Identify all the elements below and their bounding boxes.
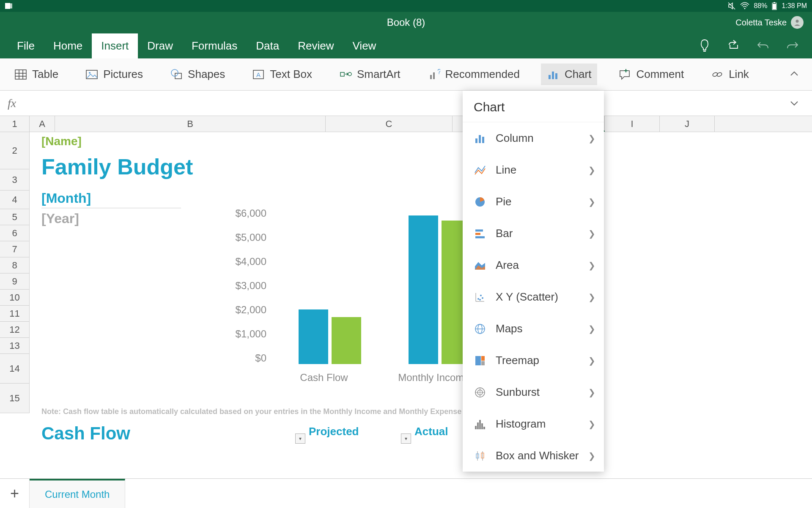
ribbon-tabs: File Home Insert Draw Formulas Data Revi… (0, 33, 812, 58)
chevron-right-icon: ❯ (588, 387, 595, 398)
redo-icon[interactable] (786, 38, 799, 53)
spreadsheet-grid[interactable]: ABCDGHIJ 123456789101112131415 [Name] Fa… (0, 116, 812, 478)
tab-view[interactable]: View (343, 33, 386, 58)
col-header-C[interactable]: C (326, 116, 453, 132)
tab-review[interactable]: Review (288, 33, 343, 58)
chart-type-area[interactable]: Area❯ (463, 249, 604, 281)
row-header-5[interactable]: 5 (0, 209, 30, 225)
svg-rect-35 (475, 233, 480, 235)
tab-home[interactable]: Home (44, 33, 92, 58)
svg-rect-4 (774, 2, 775, 3)
tab-insert[interactable]: Insert (92, 33, 138, 58)
pie-icon (474, 196, 486, 208)
svg-rect-30 (475, 138, 477, 143)
svg-rect-54 (477, 422, 479, 429)
projected-header[interactable]: Projected (309, 425, 359, 438)
svg-rect-7 (15, 70, 26, 79)
filter-button-2[interactable]: ▾ (401, 433, 411, 444)
recommended-icon: ? (428, 68, 440, 81)
svg-rect-46 (475, 356, 481, 365)
chart-type-bar[interactable]: Bar❯ (463, 218, 604, 249)
cell-name-label[interactable]: [Name] (41, 135, 82, 148)
col-header-A[interactable]: A (30, 116, 55, 132)
x-y-scatter--icon (474, 291, 486, 304)
undo-icon[interactable] (756, 38, 770, 53)
sheet-tab-current[interactable]: Current Month (30, 479, 125, 508)
chart-type-maps[interactable]: Maps❯ (463, 313, 604, 345)
title-bar: Book (8) Coletta Teske (0, 12, 812, 33)
cell-month[interactable]: [Month] (41, 190, 181, 208)
actual-header[interactable]: Actual (414, 425, 448, 438)
row-header-13[interactable]: 13 (0, 338, 30, 354)
avatar[interactable] (791, 16, 804, 29)
svg-rect-31 (479, 135, 481, 143)
sunburst-icon (474, 386, 486, 399)
svg-point-19 (348, 72, 351, 76)
chart-type-x-y-scatter-[interactable]: X Y (Scatter)❯ (463, 281, 604, 313)
ribbon-table[interactable]: Table (8, 64, 64, 85)
chart-type-sunburst[interactable]: Sunburst❯ (463, 376, 604, 408)
col-header-J[interactable]: J (660, 116, 715, 132)
row-header-2[interactable]: 2 (0, 132, 30, 169)
tab-data[interactable]: Data (247, 33, 288, 58)
chart-type-histogram[interactable]: Histogram❯ (463, 408, 604, 440)
row-header-7[interactable]: 7 (0, 241, 30, 257)
collapse-ribbon-icon[interactable] (789, 69, 799, 80)
svg-point-42 (479, 299, 481, 301)
tab-draw[interactable]: Draw (138, 33, 182, 58)
svg-rect-21 (433, 72, 435, 79)
chart-type-box-and-whisker[interactable]: Box and Whisker❯ (463, 440, 604, 472)
ribbon-chart[interactable]: Chart (541, 64, 598, 85)
android-status-bar: 88% 1:38 PM (0, 0, 812, 12)
svg-rect-36 (475, 236, 485, 238)
chevron-right-icon: ❯ (588, 197, 595, 207)
row-header-9[interactable]: 9 (0, 273, 30, 290)
tab-formulas[interactable]: Formulas (182, 33, 247, 58)
svg-point-40 (480, 295, 482, 296)
user-area[interactable]: Coletta Teske (735, 16, 804, 29)
svg-rect-18 (340, 72, 344, 76)
tab-file[interactable]: File (8, 33, 44, 58)
filter-button-1[interactable]: ▾ (295, 433, 305, 444)
chart-type-pie[interactable]: Pie❯ (463, 186, 604, 218)
chart-type-column[interactable]: Column❯ (463, 122, 604, 154)
add-sheet-button[interactable]: + (0, 479, 30, 508)
svg-rect-0 (5, 3, 10, 9)
cell-year[interactable]: [Year] (41, 211, 79, 226)
row-header-3[interactable]: 3 (0, 169, 30, 190)
row-header-11[interactable]: 11 (0, 306, 30, 322)
table-icon (14, 68, 27, 81)
row-header-4[interactable]: 4 (0, 190, 30, 209)
chart-y-axis: $6,000$5,000$4,000$3,000$2,000$1,000$0 (233, 207, 271, 364)
share-icon[interactable] (727, 38, 740, 53)
ribbon-smartart[interactable]: SmartArt (333, 64, 406, 85)
ribbon-shapes[interactable]: Shapes (164, 64, 231, 85)
row-header-6[interactable]: 6 (0, 225, 30, 241)
row-header-15[interactable]: 15 (0, 384, 30, 413)
excel-icon (5, 2, 13, 10)
cashflow-heading[interactable]: Cash Flow (41, 423, 130, 444)
ribbon-link[interactable]: Link (705, 64, 755, 85)
chart-type-line[interactable]: Line❯ (463, 154, 604, 186)
svg-text:?: ? (437, 68, 440, 75)
ribbon-textbox[interactable]: A Text Box (246, 64, 318, 85)
row-header-10[interactable]: 10 (0, 290, 30, 306)
col-header-B[interactable]: B (55, 116, 326, 132)
svg-rect-20 (430, 75, 432, 79)
col-header-I[interactable]: I (605, 116, 660, 132)
expand-formula-icon[interactable] (789, 98, 799, 108)
row-header-8[interactable]: 8 (0, 257, 30, 273)
formula-bar[interactable]: fx (0, 91, 812, 116)
lightbulb-icon[interactable] (699, 38, 710, 53)
row-header-12[interactable]: 12 (0, 322, 30, 338)
ribbon-comment[interactable]: Comment (612, 64, 690, 85)
smartart-icon (339, 68, 352, 81)
ribbon-pictures[interactable]: Pictures (80, 64, 149, 85)
row-header-14[interactable]: 14 (0, 354, 30, 384)
chart-type-treemap[interactable]: Treemap❯ (463, 345, 604, 376)
ribbon-recommended[interactable]: ? Recommended (422, 64, 526, 85)
comment-icon (618, 68, 631, 81)
embedded-chart[interactable]: $6,000$5,000$4,000$3,000$2,000$1,000$0 C… (233, 207, 495, 385)
row-header-1[interactable]: 1 (0, 116, 30, 132)
cell-title[interactable]: Family Budget (41, 154, 193, 179)
